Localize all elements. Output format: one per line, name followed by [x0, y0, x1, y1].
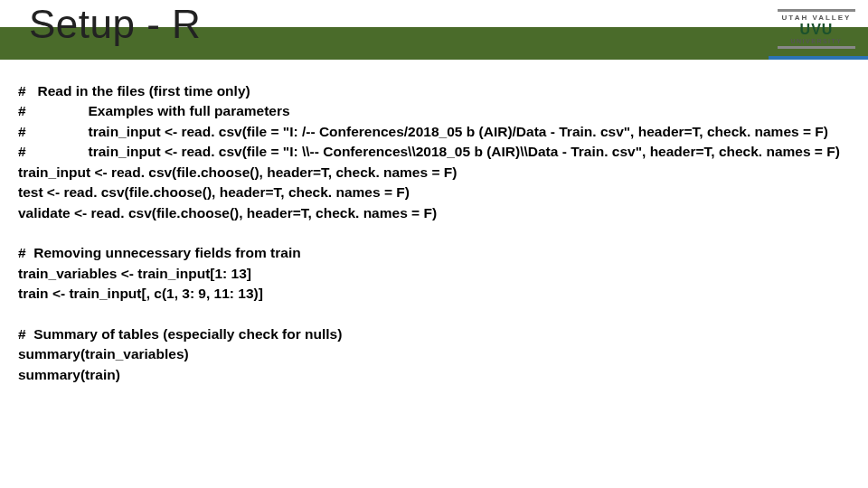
logo-bot-text: UNIVERSITY: [778, 38, 855, 44]
code-line: train_input <- read. csv(file.choose(), …: [18, 163, 850, 183]
code-line: validate <- read. csv(file.choose(), hea…: [18, 203, 850, 223]
code-line: # Read in the files (first time only): [18, 81, 850, 101]
code-block-3: # Summary of tables (especially check fo…: [18, 324, 850, 385]
code-line: summary(train_variables): [18, 344, 850, 364]
slide: Setup - R UTAH VALLEY UVU UNIVERSITY # R…: [0, 0, 868, 488]
code-line: test <- read. csv(file.choose(), header=…: [18, 183, 850, 202]
code-line: train <- train_input[, c(1, 3: 9, 11: 13…: [18, 284, 850, 304]
code-line: # Removing unnecessary fields from train: [18, 243, 850, 263]
logo-bottom-divider: [778, 46, 855, 49]
code-block-1: # Read in the files (first time only) # …: [18, 81, 850, 223]
code-line: summary(train): [18, 365, 850, 385]
code-line: # Examples with full parameters: [18, 101, 850, 121]
code-line: # train_input <- read. csv(file = "I: /-…: [18, 122, 850, 142]
logo-top-divider: [778, 9, 855, 12]
slide-title: Setup - R: [29, 2, 201, 47]
code-block-2: # Removing unnecessary fields from train…: [18, 243, 850, 304]
code-content: # Read in the files (first time only) # …: [18, 81, 850, 405]
logo-top-text: UTAH VALLEY: [778, 14, 855, 22]
code-line: # train_input <- read. csv(file = "I: \\…: [18, 142, 850, 162]
uvu-logo: UTAH VALLEY UVU UNIVERSITY: [778, 9, 855, 51]
code-line: # Summary of tables (especially check fo…: [18, 324, 850, 344]
logo-mid-text: UVU: [778, 23, 855, 37]
code-line: train_variables <- train_input[1: 13]: [18, 264, 850, 284]
title-accent: [769, 56, 868, 60]
